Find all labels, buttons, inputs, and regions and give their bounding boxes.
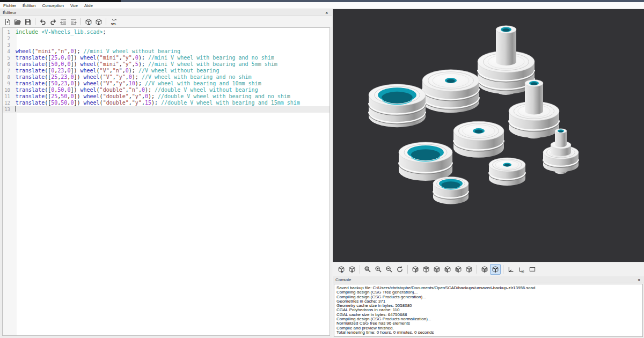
preview-icon: » — [85, 18, 92, 26]
code-line: 2 — [3, 35, 330, 42]
code-line-text — [13, 106, 330, 113]
editor-panel-title: Éditeur — [3, 10, 16, 15]
menu-item-fichier[interactable]: Fichier — [0, 3, 19, 8]
double-v-wheel-bearing-no-shim: double V wheel with bearing and no shim — [422, 70, 479, 113]
show-edges-icon — [492, 266, 499, 273]
toolbar-separator — [503, 265, 503, 274]
reset-view-button[interactable] — [394, 264, 405, 275]
svg-text:STL: STL — [111, 22, 116, 25]
zoom-in-button[interactable] — [373, 264, 384, 275]
3d-viewport[interactable]: double V wheel with bearing and 15mm shi… — [333, 9, 644, 262]
code-line: 4wheel("mini","n",0); //mini V wheel wit… — [3, 48, 330, 55]
show-edges-button[interactable] — [490, 264, 501, 275]
console-panel-header: Console x — [333, 276, 644, 283]
view-bottom-button[interactable] — [431, 264, 442, 275]
toolbar-separator — [35, 18, 35, 25]
toolbar-separator — [360, 265, 360, 274]
render-button[interactable] — [93, 17, 104, 26]
line-number: 12 — [3, 100, 13, 106]
export-stl-button[interactable]: STL — [108, 17, 119, 26]
double-v-wheel-no-bearing: double V wheel without bearing — [369, 84, 426, 127]
menu-item-vue[interactable]: Vue — [67, 3, 81, 8]
line-number: 9 — [3, 80, 13, 87]
line-number: 5 — [3, 55, 13, 61]
mini-v-wheel-bearing-no-shim: mini V wheel with bearing and no shim — [489, 158, 525, 186]
line-number: 6 — [3, 61, 13, 68]
view-top-icon — [422, 266, 430, 273]
orthogonal-button[interactable] — [527, 264, 538, 275]
text-cursor — [16, 106, 16, 112]
code-line: 13 — [3, 106, 330, 113]
editor-close-button[interactable]: x — [325, 10, 329, 15]
console-close-button[interactable]: x — [637, 277, 641, 282]
unindent-button[interactable] — [58, 17, 68, 26]
code-editor[interactable]: 1include <V-Wheels_lib.scad>;234wheel("m… — [2, 27, 330, 336]
openscad-window: FichierÉditionConceptionVueAide Éditeur … — [0, 0, 644, 338]
undo-button[interactable] — [38, 17, 48, 26]
scale-markers-icon: 10 — [518, 266, 525, 273]
reset-view-icon — [396, 266, 404, 273]
code-line: 5translate([25,0,0]) wheel("mini","y",0)… — [3, 55, 330, 61]
line-number: 4 — [3, 48, 13, 55]
view-bottom-icon — [433, 266, 441, 273]
code-line: 6translate([50,0,0]) wheel("mini","y",5)… — [3, 61, 330, 68]
menu-item-aide[interactable]: Aide — [81, 3, 96, 8]
code-line-text: translate([50,50,0]) wheel("double","y",… — [13, 100, 330, 106]
scale-markers-button[interactable]: 10 — [516, 264, 527, 275]
viewport-toolbar: »10 — [333, 262, 644, 276]
console-log: Saved backup file: C:/Users/christophe/D… — [334, 284, 643, 337]
preview-button[interactable]: » — [83, 17, 93, 26]
view-left-button[interactable] — [442, 264, 453, 275]
view-right-button[interactable] — [410, 264, 421, 275]
view-back-button[interactable] — [464, 264, 474, 275]
view-front-button[interactable] — [453, 264, 464, 275]
toolbar-separator — [477, 265, 477, 274]
editor-panel: Éditeur x »STL 1include <V-Wheels_lib.sc… — [0, 9, 332, 338]
axes-button[interactable] — [506, 264, 516, 275]
shaded-button[interactable] — [479, 264, 490, 275]
redo-button[interactable] — [48, 17, 58, 26]
toolbar-separator — [80, 18, 81, 25]
svg-text:10: 10 — [521, 270, 524, 273]
new-file-icon — [4, 18, 11, 26]
render-button[interactable] — [347, 264, 357, 275]
zoom-out-button[interactable] — [384, 264, 394, 275]
render-icon — [348, 266, 356, 273]
code-line-text: include <V-Wheels_lib.scad>; — [13, 29, 330, 35]
zoom-all-button[interactable] — [362, 264, 373, 275]
console-line: Total rendering time: 0 hours, 0 minutes… — [336, 330, 642, 335]
code-line: 1include <V-Wheels_lib.scad>; — [3, 29, 330, 35]
line-number: 10 — [3, 87, 13, 93]
shaded-icon — [481, 266, 488, 273]
export-stl-icon: STL — [110, 18, 118, 26]
view-back-icon — [465, 266, 473, 273]
line-number: 11 — [3, 93, 13, 100]
indent-button[interactable] — [68, 17, 78, 26]
view-left-icon — [444, 266, 451, 273]
open-file-button[interactable] — [12, 17, 23, 26]
svg-text:»: » — [88, 22, 90, 25]
new-file-button[interactable] — [2, 17, 12, 26]
view-top-button[interactable] — [421, 264, 431, 275]
code-line-text — [13, 42, 330, 48]
mini-v-wheel-no-bearing: mini V wheel without bearing — [433, 177, 469, 204]
code-line-text: translate([0,50,0]) wheel("double","n",0… — [13, 87, 330, 93]
v-wheel-no-bearing: V wheel without bearing — [399, 142, 452, 181]
line-number: 7 — [3, 68, 13, 74]
menu-item-conception[interactable]: Conception — [39, 3, 67, 8]
code-line-text: translate([50,23,0]) wheel("V","y",10); … — [13, 80, 330, 87]
save-file-button[interactable] — [23, 17, 33, 26]
right-column: double V wheel with bearing and 15mm shi… — [332, 9, 644, 338]
code-line: 10translate([0,50,0]) wheel("double","n"… — [3, 87, 330, 93]
preview-button[interactable]: » — [336, 264, 347, 275]
zoom-out-icon — [385, 266, 393, 273]
undo-icon — [39, 18, 47, 26]
code-line-text: translate([25,50,0]) wheel("double","y",… — [13, 93, 330, 100]
code-line: 11translate([25,50,0]) wheel("double","y… — [3, 93, 330, 100]
menu-item-edition[interactable]: Édition — [19, 3, 39, 8]
main-content: Éditeur x »STL 1include <V-Wheels_lib.sc… — [0, 9, 644, 338]
redo-icon — [49, 18, 57, 26]
line-number: 8 — [3, 74, 13, 80]
line-number: 13 — [3, 106, 13, 113]
view-right-icon — [412, 266, 419, 273]
